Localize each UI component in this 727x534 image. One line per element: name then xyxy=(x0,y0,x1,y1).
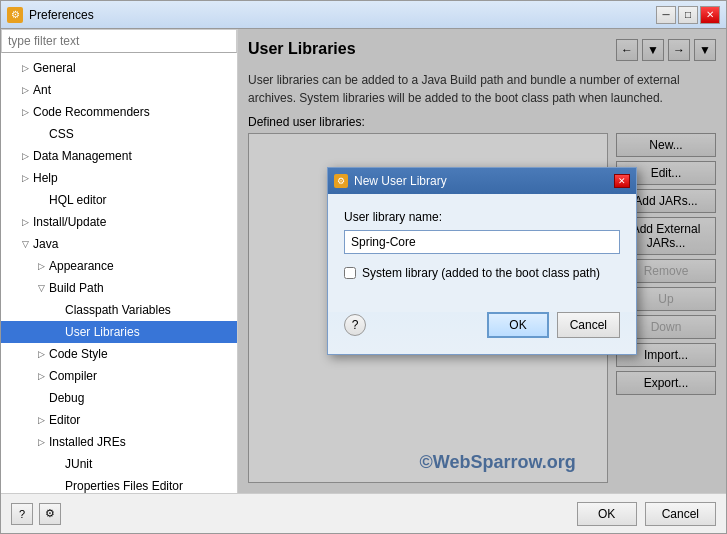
tree-label-classpath: Classpath Variables xyxy=(65,303,171,317)
tree-label-install: Install/Update xyxy=(33,215,106,229)
tree-label-compiler: Compiler xyxy=(49,369,97,383)
bottom-left-icons: ? ⚙ xyxy=(11,503,61,525)
expand-icon-install: ▷ xyxy=(17,214,33,230)
modal-title-left: ⚙ New User Library xyxy=(334,174,447,188)
tree-item-user-libraries[interactable]: User Libraries xyxy=(1,321,237,343)
tree-item-css[interactable]: CSS xyxy=(1,123,237,145)
modal-body: User library name: System library (added… xyxy=(328,194,636,312)
left-panel: ▷ General ▷ Ant ▷ Code Recommenders xyxy=(1,29,238,493)
tree-label-help: Help xyxy=(33,171,58,185)
tree-label-hql: HQL editor xyxy=(49,193,107,207)
system-library-row: System library (added to the boot class … xyxy=(344,266,620,280)
tree-label-css: CSS xyxy=(49,127,74,141)
preferences-window: ⚙ Preferences ─ □ ✕ ▷ General xyxy=(0,0,727,534)
expand-icon-classpath xyxy=(49,302,65,318)
expand-icon-installed-jres: ▷ xyxy=(33,434,49,450)
expand-icon-debug xyxy=(33,390,49,406)
modal-title-bar: ⚙ New User Library ✕ xyxy=(328,168,636,194)
maximize-button[interactable]: □ xyxy=(678,6,698,24)
expand-icon-hql xyxy=(33,192,49,208)
settings-button[interactable]: ⚙ xyxy=(39,503,61,525)
tree-label-data-management: Data Management xyxy=(33,149,132,163)
expand-icon-build-path: ▽ xyxy=(33,280,49,296)
system-library-label: System library (added to the boot class … xyxy=(362,266,600,280)
expand-icon-css xyxy=(33,126,49,142)
tree-item-code-recommenders[interactable]: ▷ Code Recommenders xyxy=(1,101,237,123)
expand-icon-prop-files xyxy=(49,478,65,493)
title-bar-left: ⚙ Preferences xyxy=(7,7,94,23)
tree-item-ant[interactable]: ▷ Ant xyxy=(1,79,237,101)
modal-overlay: ⚙ New User Library ✕ User library name: … xyxy=(238,29,726,493)
tree-container: ▷ General ▷ Ant ▷ Code Recommenders xyxy=(1,53,237,493)
tree-label-debug: Debug xyxy=(49,391,84,405)
minimize-button[interactable]: ─ xyxy=(656,6,676,24)
tree-item-help[interactable]: ▷ Help xyxy=(1,167,237,189)
system-library-checkbox[interactable] xyxy=(344,267,356,279)
tree-label-code-recommenders: Code Recommenders xyxy=(33,105,150,119)
window-title: Preferences xyxy=(29,8,94,22)
expand-icon-ant: ▷ xyxy=(17,82,33,98)
tree-item-debug[interactable]: Debug xyxy=(1,387,237,409)
tree-item-java[interactable]: ▽ Java xyxy=(1,233,237,255)
tree-label-general: General xyxy=(33,61,76,75)
new-user-library-dialog: ⚙ New User Library ✕ User library name: … xyxy=(327,167,637,355)
tree-label-junit: JUnit xyxy=(65,457,92,471)
expand-icon-user-libraries xyxy=(49,324,65,340)
modal-footer: ? OK Cancel xyxy=(328,312,636,354)
tree-label-appearance: Appearance xyxy=(49,259,114,273)
tree-label-user-libraries: User Libraries xyxy=(65,325,140,339)
close-button[interactable]: ✕ xyxy=(700,6,720,24)
tree-item-build-path[interactable]: ▽ Build Path xyxy=(1,277,237,299)
tree-label-prop-files: Properties Files Editor xyxy=(65,479,183,493)
tree-item-classpath-variables[interactable]: Classpath Variables xyxy=(1,299,237,321)
modal-title-icon: ⚙ xyxy=(334,174,348,188)
expand-icon-java: ▽ xyxy=(17,236,33,252)
modal-close-button[interactable]: ✕ xyxy=(614,174,630,188)
tree-item-general[interactable]: ▷ General xyxy=(1,57,237,79)
tree-item-hql-editor[interactable]: HQL editor xyxy=(1,189,237,211)
expand-icon-compiler: ▷ xyxy=(33,368,49,384)
tree-item-properties-files-editor[interactable]: Properties Files Editor xyxy=(1,475,237,493)
expand-icon-help: ▷ xyxy=(17,170,33,186)
expand-icon-editor: ▷ xyxy=(33,412,49,428)
window-controls: ─ □ ✕ xyxy=(656,6,720,24)
tree-item-install-update[interactable]: ▷ Install/Update xyxy=(1,211,237,233)
expand-icon-code-recommenders: ▷ xyxy=(17,104,33,120)
user-library-name-input[interactable] xyxy=(344,230,620,254)
ok-button[interactable]: OK xyxy=(577,502,637,526)
modal-field-label: User library name: xyxy=(344,210,620,224)
expand-icon-general: ▷ xyxy=(17,60,33,76)
expand-icon-code-style: ▷ xyxy=(33,346,49,362)
title-bar: ⚙ Preferences ─ □ ✕ xyxy=(1,1,726,29)
tree-label-ant: Ant xyxy=(33,83,51,97)
tree-label-java: Java xyxy=(33,237,58,251)
tree-item-installed-jres[interactable]: ▷ Installed JREs xyxy=(1,431,237,453)
modal-ok-button[interactable]: OK xyxy=(487,312,548,338)
tree-label-installed-jres: Installed JREs xyxy=(49,435,126,449)
bottom-right-buttons: OK Cancel xyxy=(577,502,716,526)
tree-label-code-style: Code Style xyxy=(49,347,108,361)
tree-item-editor[interactable]: ▷ Editor xyxy=(1,409,237,431)
modal-action-buttons: OK Cancel xyxy=(487,312,620,338)
modal-help-button[interactable]: ? xyxy=(344,314,366,336)
expand-icon-junit xyxy=(49,456,65,472)
tree-item-data-management[interactable]: ▷ Data Management xyxy=(1,145,237,167)
tree-item-junit[interactable]: JUnit xyxy=(1,453,237,475)
cancel-button[interactable]: Cancel xyxy=(645,502,716,526)
tree-item-appearance[interactable]: ▷ Appearance xyxy=(1,255,237,277)
main-content: ▷ General ▷ Ant ▷ Code Recommenders xyxy=(1,29,726,493)
modal-cancel-button[interactable]: Cancel xyxy=(557,312,620,338)
tree-item-code-style[interactable]: ▷ Code Style xyxy=(1,343,237,365)
expand-icon-data-management: ▷ xyxy=(17,148,33,164)
bottom-bar: ? ⚙ OK Cancel xyxy=(1,493,726,533)
modal-title-text: New User Library xyxy=(354,174,447,188)
filter-input[interactable] xyxy=(1,29,237,53)
right-panel: User Libraries ← ▼ → ▼ User libraries ca… xyxy=(238,29,726,493)
tree-label-editor: Editor xyxy=(49,413,80,427)
tree-label-build-path: Build Path xyxy=(49,281,104,295)
window-icon: ⚙ xyxy=(7,7,23,23)
expand-icon-appearance: ▷ xyxy=(33,258,49,274)
tree-item-compiler[interactable]: ▷ Compiler xyxy=(1,365,237,387)
help-button[interactable]: ? xyxy=(11,503,33,525)
